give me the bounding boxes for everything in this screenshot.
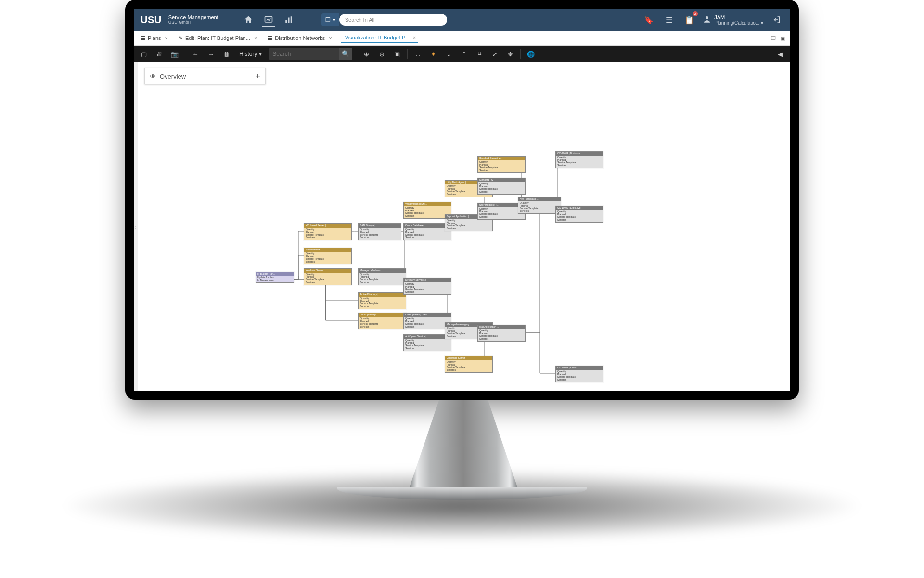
node-title: Directory Services | xyxy=(404,278,451,282)
clipboard-icon[interactable]: ☰ xyxy=(662,13,676,26)
history-dropdown[interactable]: History ▾ xyxy=(235,51,266,57)
node-cc1[interactable]: CC-10004 | Business...QuantityPlannedSer… xyxy=(555,151,603,168)
app-header: USU Service Management USU GmbH ❐ xyxy=(134,9,790,31)
camera-icon[interactable]: 📷 xyxy=(168,48,181,60)
plus-icon[interactable]: + xyxy=(255,71,260,81)
node-stdws[interactable]: HW - Standard ...QuantityPlannedService … xyxy=(518,197,561,214)
home-icon[interactable] xyxy=(242,13,255,26)
node-title: Administrator | xyxy=(304,248,351,252)
nav-forward-icon[interactable]: → xyxy=(205,48,217,60)
dashboard-icon[interactable] xyxy=(262,13,275,27)
tasks-icon[interactable]: 📋2 xyxy=(682,13,696,26)
tab-2[interactable]: ☰Distribution Networks× xyxy=(266,33,334,43)
delete-icon[interactable]: 🗑 xyxy=(220,48,232,60)
tab-icon: ☰ xyxy=(268,35,272,41)
node-emailgw[interactable]: Email gateway | The...QuantityPlannedSer… xyxy=(403,313,451,329)
node-body: QuantityPlannedService TemplateServices xyxy=(445,219,492,231)
separator xyxy=(407,49,408,59)
node-body: QuantityPlannedService TemplateServices xyxy=(304,273,351,285)
tab-0[interactable]: ☰Plans× xyxy=(139,33,170,43)
node-title: Windows Server ... xyxy=(304,269,351,273)
chevron-down-icon: ▾ xyxy=(761,20,763,26)
node-winsrv[interactable]: Windows Server ...QuantityPlannedService… xyxy=(304,268,352,285)
detach-window-icon[interactable]: ❐ xyxy=(771,35,776,41)
node-vtitsm[interactable]: Valuemation ITSM...QuantityPlannedServic… xyxy=(403,202,451,219)
tab-3[interactable]: Visualization: IT Budget P...× xyxy=(341,33,418,43)
node-title: x86 based Server | xyxy=(304,224,351,228)
node-body: QuantityPlannedService TemplateServices xyxy=(359,273,406,285)
node-cc3[interactable]: CC-10008 | SalesQuantityPlannedService T… xyxy=(555,366,603,382)
node-manwin[interactable]: Managed Windows ...QuantityPlannedServic… xyxy=(358,268,406,285)
fit-screen-icon[interactable]: ▣ xyxy=(391,48,403,60)
close-icon[interactable]: × xyxy=(413,35,416,40)
search-context-selector[interactable]: ❐ ▾ xyxy=(321,13,339,26)
tab-1[interactable]: ✎Edit: Plan: IT Budget Plan...× xyxy=(177,33,259,43)
node-title: Valuemation ITSM... xyxy=(404,202,451,206)
viz-search-input[interactable] xyxy=(269,48,339,60)
separator xyxy=(356,49,356,59)
node-body: QuantityPlannedService TemplateServices xyxy=(359,228,401,240)
close-icon[interactable]: × xyxy=(165,35,168,41)
node-body: QuantityPlannedService TemplateServices xyxy=(478,182,525,194)
group-icon[interactable]: ⛬ xyxy=(411,48,424,60)
node-oracle[interactable]: Oracle Database |QuantityPlannedService … xyxy=(403,223,451,240)
node-body: QuantityPlannedService TemplateServices xyxy=(478,160,525,172)
node-body: QuantityPlannedService TemplateServices xyxy=(359,317,406,329)
brand-block: Service Management USU GmbH xyxy=(168,14,218,25)
tab-label: Edit: Plan: IT Budget Plan... xyxy=(185,35,250,41)
node-san[interactable]: SAN Storage |QuantityPlannedService Temp… xyxy=(358,223,401,240)
tab-icon: ☰ xyxy=(141,35,145,41)
viz-toolbar: ▢ 🖶 📷 ← → 🗑 History ▾ 🔍 ⊕ ⊖ ▣ xyxy=(134,46,790,62)
node-stdpc[interactable]: Standard PC |QuantityPlannedService Temp… xyxy=(477,178,526,195)
node-admin[interactable]: Administrator |QuantityPlannedService Te… xyxy=(304,248,352,264)
tree-down-icon[interactable]: ⌄ xyxy=(442,48,455,60)
node-title: Oracle Database | xyxy=(404,224,451,228)
node-root[interactable]: IT Budget Plan...Update for DevIn Develo… xyxy=(256,272,294,283)
collapse-icon[interactable]: ✥ xyxy=(504,48,516,60)
history-label: History xyxy=(239,51,257,57)
node-ad[interactable]: Active Directory |QuantityPlannedService… xyxy=(358,292,406,309)
stats-icon[interactable] xyxy=(282,13,295,26)
zoom-in-icon[interactable]: ⊕ xyxy=(360,48,372,60)
node-email[interactable]: Email gateway ...QuantityPlannedService … xyxy=(358,313,406,329)
diagram-canvas[interactable]: IT Budget Plan...Update for DevIn Develo… xyxy=(138,62,790,391)
overview-panel[interactable]: 👁 Overview + xyxy=(144,68,266,84)
node-body: QuantityPlannedService TemplateServices xyxy=(404,228,451,240)
notif-badge: 2 xyxy=(693,11,698,16)
separator xyxy=(520,49,521,59)
nav-back-icon[interactable]: ← xyxy=(189,48,202,60)
node-title: Mail Application ... xyxy=(478,325,525,329)
node-exch[interactable]: Exchange Server |QuantityPlannedService … xyxy=(445,356,493,373)
network-icon[interactable]: ⌗ xyxy=(473,48,486,60)
node-body: Update for DevIn Development xyxy=(256,276,294,283)
node-x86[interactable]: x86 based Server |QuantityPlannedService… xyxy=(304,223,352,240)
search-input[interactable]: Search In All xyxy=(339,14,447,26)
expand-icon[interactable]: ⤢ xyxy=(488,48,501,60)
user-icon xyxy=(703,15,711,25)
node-mailapp[interactable]: Mail Application ...QuantityPlannedServi… xyxy=(477,325,526,342)
side-panel-handle[interactable]: ⋮ xyxy=(134,62,138,391)
node-sop[interactable]: Standard Operating...QuantityPlannedServ… xyxy=(477,156,526,173)
hierarchy-icon[interactable]: ✦ xyxy=(427,48,439,60)
svg-rect-2 xyxy=(288,18,289,23)
logout-icon[interactable] xyxy=(770,13,783,26)
user-menu[interactable]: JAM Planning/Calculatio... ▾ xyxy=(703,14,763,26)
search-icon[interactable]: 🔍 xyxy=(339,48,352,60)
close-icon[interactable]: × xyxy=(329,35,332,41)
panel-collapse-icon[interactable]: ◀ xyxy=(774,48,786,60)
print-icon[interactable]: 🖶 xyxy=(153,48,166,60)
monitor-neck xyxy=(408,400,519,491)
node-antispam[interactable]: Anti Spam Service |...QuantityPlannedSer… xyxy=(403,334,451,351)
tree-right-icon[interactable]: ⌃ xyxy=(458,48,470,60)
stop-icon[interactable]: ▢ xyxy=(138,48,150,60)
globe-icon[interactable]: 🌐 xyxy=(525,48,537,60)
close-icon[interactable]: × xyxy=(254,35,257,41)
node-title: CC-10004 | Business... xyxy=(556,152,603,156)
maximize-icon[interactable]: ▣ xyxy=(781,35,785,41)
node-title: Active Directory | xyxy=(359,293,406,297)
search-placeholder: Search In All xyxy=(345,17,375,23)
zoom-out-icon[interactable]: ⊖ xyxy=(375,48,388,60)
node-dirsvc[interactable]: Directory Services |QuantityPlannedServi… xyxy=(403,278,451,295)
node-cc2[interactable]: CC-10002 | ExecutiveQuantityPlannedServi… xyxy=(555,206,603,223)
bookmark-icon[interactable]: 🔖 xyxy=(642,13,655,26)
